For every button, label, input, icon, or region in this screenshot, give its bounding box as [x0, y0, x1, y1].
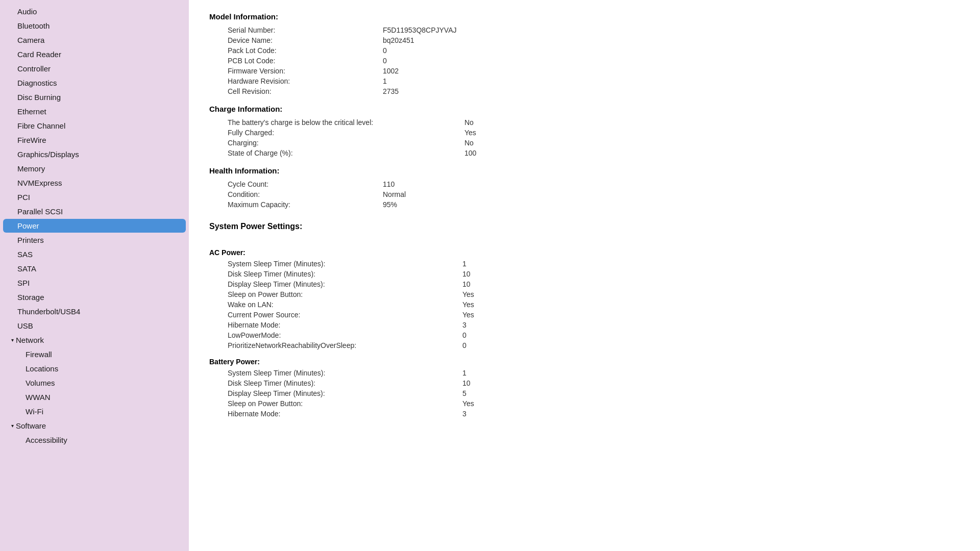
sidebar-item-pci[interactable]: PCI [3, 190, 186, 204]
firmware-version-label: Firmware Version: [209, 67, 383, 75]
ac-low-power-mode-value: 0 [462, 331, 467, 339]
ac-display-sleep-row: Display Sleep Timer (Minutes): 10 [209, 279, 960, 289]
ac-current-power-source-value: Yes [462, 311, 474, 319]
device-name-value: bq20z451 [383, 36, 414, 44]
ac-current-power-source-label: Current Power Source: [228, 311, 462, 319]
sidebar-item-controller[interactable]: Controller [3, 62, 186, 76]
sidebar-item-ethernet[interactable]: Ethernet [3, 105, 186, 118]
device-name-label: Device Name: [209, 36, 383, 44]
maximum-capacity-value: 95% [383, 201, 397, 209]
condition-value: Normal [383, 190, 406, 198]
hardware-revision-row: Hardware Revision: 1 [209, 76, 960, 86]
sidebar-item-wwan[interactable]: WWAN [3, 390, 186, 404]
bat-hibernate-mode-value: 3 [462, 410, 467, 418]
ac-low-power-mode-row: LowPowerMode: 0 [209, 330, 960, 340]
battery-critical-row: The battery's charge is below the critic… [209, 117, 960, 128]
system-power-settings-title: System Power Settings: [209, 222, 960, 231]
ac-wake-on-lan-row: Wake on LAN: Yes [209, 299, 960, 310]
sidebar-item-fibre-channel[interactable]: Fibre Channel [3, 119, 186, 133]
condition-row: Condition: Normal [209, 189, 960, 199]
battery-power-title: Battery Power: [209, 358, 960, 366]
sidebar-item-graphics-displays[interactable]: Graphics/Displays [3, 147, 186, 161]
ac-disk-sleep-label: Disk Sleep Timer (Minutes): [228, 270, 462, 278]
firmware-version-value: 1002 [383, 67, 399, 75]
sidebar-item-accessibility[interactable]: Accessibility [3, 433, 186, 447]
sidebar-section-software-label: Software [16, 421, 46, 430]
ac-wake-on-lan-value: Yes [462, 300, 474, 309]
maximum-capacity-row: Maximum Capacity: 95% [209, 199, 960, 210]
sidebar-item-audio[interactable]: Audio [3, 5, 186, 18]
charge-information-title: Charge Information: [209, 105, 960, 113]
sidebar-item-memory[interactable]: Memory [3, 162, 186, 176]
state-of-charge-row: State of Charge (%): 100 [209, 148, 960, 158]
cycle-count-row: Cycle Count: 110 [209, 179, 960, 189]
cell-revision-row: Cell Revision: 2735 [209, 86, 960, 96]
serial-number-label: Serial Number: [209, 26, 383, 34]
hardware-revision-label: Hardware Revision: [209, 77, 383, 85]
sidebar-item-spi[interactable]: SPI [3, 276, 186, 290]
sidebar-item-card-reader[interactable]: Card Reader [3, 47, 186, 61]
sidebar-section-software[interactable]: ▾ Software [3, 419, 186, 433]
sidebar-item-parallel-scsi[interactable]: Parallel SCSI [3, 205, 186, 218]
cycle-count-value: 110 [383, 180, 395, 188]
sidebar-item-locations[interactable]: Locations [3, 362, 186, 375]
battery-critical-value: No [464, 118, 474, 127]
bat-system-sleep-label: System Sleep Timer (Minutes): [228, 369, 462, 377]
main-content: Model Information: Serial Number: F5D119… [189, 0, 980, 551]
bat-display-sleep-label: Display Sleep Timer (Minutes): [228, 389, 462, 397]
bat-disk-sleep-row: Disk Sleep Timer (Minutes): 10 [209, 378, 960, 388]
sidebar-section-network[interactable]: ▾ Network [3, 333, 186, 347]
ac-display-sleep-label: Display Sleep Timer (Minutes): [228, 280, 462, 288]
cell-revision-label: Cell Revision: [209, 87, 383, 95]
bat-sleep-power-button-label: Sleep on Power Button: [228, 399, 462, 408]
condition-label: Condition: [209, 190, 383, 198]
sidebar-item-sata[interactable]: SATA [3, 262, 186, 276]
sidebar-item-diagnostics[interactable]: Diagnostics [3, 76, 186, 90]
serial-number-value: F5D11953Q8CPJYVAJ [383, 26, 456, 34]
sidebar-item-wi-fi[interactable]: Wi-Fi [3, 405, 186, 418]
battery-critical-label: The battery's charge is below the critic… [209, 118, 464, 127]
ac-system-sleep-row: System Sleep Timer (Minutes): 1 [209, 259, 960, 269]
sidebar-item-bluetooth[interactable]: Bluetooth [3, 19, 186, 33]
chevron-down-icon-software: ▾ [11, 423, 14, 429]
fully-charged-row: Fully Charged: Yes [209, 128, 960, 138]
ac-disk-sleep-value: 10 [462, 270, 471, 278]
bat-hibernate-mode-label: Hibernate Mode: [228, 410, 462, 418]
sidebar-item-disc-burning[interactable]: Disc Burning [3, 90, 186, 104]
sidebar-item-thunderbolt-usb4[interactable]: Thunderbolt/USB4 [3, 305, 186, 318]
bat-disk-sleep-label: Disk Sleep Timer (Minutes): [228, 379, 462, 387]
ac-hibernate-mode-row: Hibernate Mode: 3 [209, 320, 960, 330]
pack-lot-code-row: Pack Lot Code: 0 [209, 45, 960, 56]
sidebar-item-power[interactable]: Power [3, 219, 186, 233]
health-information-title: Health Information: [209, 166, 960, 175]
state-of-charge-label: State of Charge (%): [209, 149, 464, 157]
sidebar-item-firewall[interactable]: Firewall [3, 347, 186, 361]
fully-charged-label: Fully Charged: [209, 129, 464, 137]
sidebar-item-nvmexpress[interactable]: NVMExpress [3, 176, 186, 190]
model-information-title: Model Information: [209, 12, 960, 21]
sidebar-item-storage[interactable]: Storage [3, 290, 186, 304]
ac-sleep-power-button-label: Sleep on Power Button: [228, 290, 462, 298]
sidebar-item-camera[interactable]: Camera [3, 33, 186, 47]
charging-row: Charging: No [209, 138, 960, 148]
pcb-lot-code-row: PCB Lot Code: 0 [209, 56, 960, 66]
bat-display-sleep-row: Display Sleep Timer (Minutes): 5 [209, 388, 960, 398]
pcb-lot-code-label: PCB Lot Code: [209, 57, 383, 65]
ac-hibernate-mode-label: Hibernate Mode: [228, 321, 462, 329]
ac-prioritize-network-value: 0 [462, 341, 467, 349]
fully-charged-value: Yes [464, 129, 476, 137]
bat-system-sleep-row: System Sleep Timer (Minutes): 1 [209, 368, 960, 378]
bat-sleep-power-button-value: Yes [462, 399, 474, 408]
sidebar-item-usb[interactable]: USB [3, 319, 186, 333]
sidebar-item-printers[interactable]: Printers [3, 233, 186, 247]
charging-value: No [464, 139, 474, 147]
bat-hibernate-mode-row: Hibernate Mode: 3 [209, 409, 960, 419]
cell-revision-value: 2735 [383, 87, 399, 95]
bat-disk-sleep-value: 10 [462, 379, 471, 387]
pack-lot-code-label: Pack Lot Code: [209, 46, 383, 55]
bat-system-sleep-value: 1 [462, 369, 467, 377]
sidebar-item-sas[interactable]: SAS [3, 247, 186, 261]
sidebar-item-firewire[interactable]: FireWire [3, 133, 186, 147]
sidebar-item-volumes[interactable]: Volumes [3, 376, 186, 390]
pcb-lot-code-value: 0 [383, 57, 387, 65]
